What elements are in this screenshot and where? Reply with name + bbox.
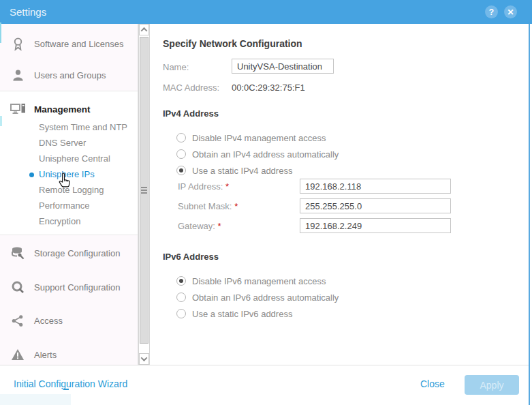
selected-bullet: [29, 172, 34, 177]
radio-label: Obtain an IPv4 address automatically: [192, 149, 339, 160]
computer-icon: [10, 103, 26, 115]
name-label: Name:: [163, 62, 189, 72]
users-icon: [10, 69, 26, 82]
sidebar-item-system-time-and-ntp[interactable]: System Time and NTP: [39, 121, 127, 134]
radio-icon-checked: [176, 166, 186, 175]
sidebar-item-software-and-licenses[interactable]: Software and Licenses: [10, 35, 136, 52]
background-artifact: [0, 394, 71, 405]
background-artifact: [0, 22, 1, 43]
gateway-input[interactable]: [300, 218, 451, 233]
titlebar-icons: ? ✕: [485, 5, 522, 18]
radio-disable-ipv4[interactable]: Disable IPv4 management access: [176, 132, 326, 143]
radio-icon: [176, 309, 186, 318]
sidebar-item-label: Support Configuration: [34, 282, 120, 292]
sidebar-item-remote-logging[interactable]: Remote Logging: [39, 184, 104, 196]
radio-label: Disable IPv6 management access: [192, 276, 326, 286]
sidebar-item-management[interactable]: Management: [10, 100, 136, 118]
dialog-right-edge: [529, 24, 530, 405]
field-label-text: Gateway:: [178, 221, 215, 231]
settings-dialog: { "titlebar": { "title": "Settings", "he…: [0, 0, 532, 405]
mac-address-value: 00:0C:29:32:75:F1: [232, 82, 305, 93]
sidebar-item-access[interactable]: Access: [10, 312, 136, 329]
sidebar-item-label: Users and Groups: [34, 70, 106, 80]
background-artifact: [63, 389, 69, 390]
dialog-titlebar: Settings ? ✕: [0, 0, 532, 24]
scroll-up-button[interactable]: [139, 24, 149, 35]
network-configuration-panel: Specify Network Configuration Name: MAC …: [150, 24, 529, 365]
sidebar-item-label: Access: [34, 316, 63, 326]
radio-icon-checked: [176, 276, 186, 286]
sidebar-item-label: Alerts: [34, 350, 57, 360]
storage-icon: [10, 246, 26, 260]
ip-address-label: IP Address: *: [178, 181, 229, 192]
radio-label: Use a static IPv4 address: [192, 166, 292, 176]
field-label-text: Subnet Mask:: [178, 201, 232, 211]
support-icon: [10, 280, 26, 294]
radio-label: Obtain an IPv6 address automatically: [192, 292, 339, 303]
ipv6-section-heading: IPv6 Address: [163, 252, 219, 262]
sidebar-item-label: Unisphere IPs: [39, 169, 95, 179]
name-input[interactable]: [232, 59, 334, 74]
radio-obtain-ipv6-automatically[interactable]: Obtain an IPv6 address automatically: [176, 292, 339, 303]
required-marker: *: [225, 181, 229, 192]
sidebar-item-label: Storage Configuration: [34, 248, 120, 258]
award-icon: [10, 36, 26, 51]
close-button[interactable]: Close: [420, 378, 445, 389]
scrollbar-grip-icon: [141, 187, 147, 195]
share-icon: [10, 314, 26, 327]
field-label-text: IP Address:: [178, 181, 223, 192]
close-icon[interactable]: ✕: [504, 5, 517, 18]
mac-address-label: MAC Address:: [163, 82, 219, 93]
background-artifact: [0, 116, 2, 126]
scroll-down-button[interactable]: [139, 353, 149, 365]
alert-icon: [10, 348, 26, 361]
radio-label: Use a static IPv6 address: [192, 309, 292, 319]
sidebar-item-label: Software and Licenses: [34, 39, 124, 49]
sidebar-item-storage-configuration[interactable]: Storage Configuration: [10, 244, 136, 262]
subnet-mask-input[interactable]: [300, 198, 451, 213]
chevron-down-icon: [141, 355, 148, 361]
sidebar-item-alerts[interactable]: Alerts: [10, 346, 136, 363]
initial-configuration-wizard-link[interactable]: Initial Configuration Wizard: [14, 378, 127, 389]
radio-disable-ipv6[interactable]: Disable IPv6 management access: [176, 275, 326, 286]
radio-icon: [176, 133, 186, 142]
radio-label: Disable IPv4 management access: [192, 133, 326, 143]
settings-sidebar: Software and Licenses Users and Groups M…: [0, 24, 138, 365]
required-marker: *: [218, 221, 221, 231]
chevron-up-icon: [141, 27, 148, 34]
scrollbar-thumb[interactable]: [140, 37, 148, 344]
dialog-footer: Initial Configuration Wizard Close Apply: [0, 365, 530, 405]
sidebar-item-performance[interactable]: Performance: [39, 200, 89, 212]
sidebar-item-encryption[interactable]: Encryption: [39, 215, 80, 228]
apply-button[interactable]: Apply: [465, 375, 519, 395]
sidebar-item-label: Management: [34, 104, 91, 115]
sidebar-item-unisphere-ips[interactable]: Unisphere IPs: [39, 168, 95, 181]
gateway-label: Gateway: *: [178, 221, 221, 231]
radio-use-static-ipv4[interactable]: Use a static IPv4 address: [176, 165, 292, 176]
radio-use-static-ipv6[interactable]: Use a static IPv6 address: [176, 308, 292, 319]
required-marker: *: [234, 201, 238, 211]
sidebar-item-users-and-groups[interactable]: Users and Groups: [10, 66, 136, 84]
ipv4-section-heading: IPv4 Address: [163, 108, 219, 119]
sidebar-item-unisphere-central[interactable]: Unisphere Central: [39, 153, 110, 165]
radio-obtain-ipv4-automatically[interactable]: Obtain an IPv4 address automatically: [176, 149, 339, 160]
subnet-mask-label: Subnet Mask: *: [178, 201, 238, 211]
sidebar-scrollbar[interactable]: [138, 24, 150, 365]
ip-address-input[interactable]: [300, 179, 451, 194]
page-title: Specify Network Configuration: [163, 38, 302, 49]
radio-icon: [176, 149, 186, 159]
radio-icon: [176, 292, 186, 302]
sidebar-item-dns-server[interactable]: DNS Server: [39, 137, 86, 149]
dialog-title: Settings: [10, 6, 46, 18]
help-icon[interactable]: ?: [485, 5, 498, 18]
sidebar-item-support-configuration[interactable]: Support Configuration: [10, 278, 136, 296]
